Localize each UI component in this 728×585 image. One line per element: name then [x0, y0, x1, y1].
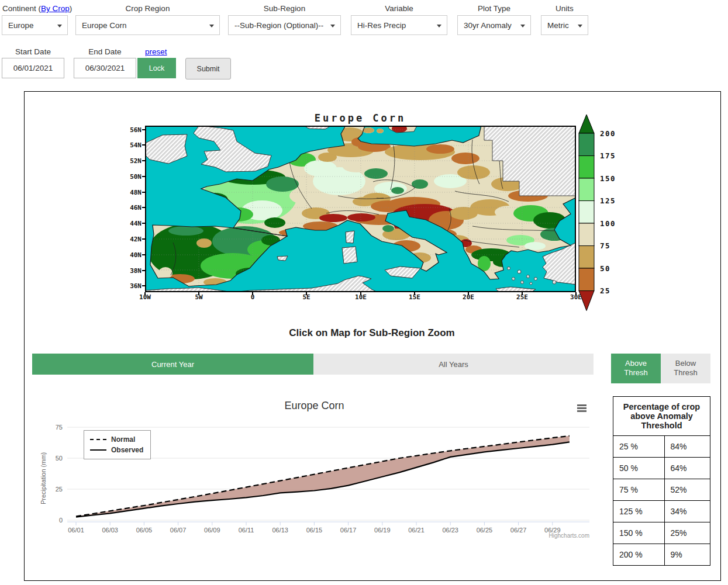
- plot-type-value: 30yr Anomaly: [464, 21, 512, 30]
- chart-legend: Normal Observed: [84, 430, 151, 459]
- y-tick-label: 50: [56, 455, 63, 462]
- lat-label: 52N: [124, 157, 142, 165]
- lat-tick: [142, 270, 145, 271]
- lat-label: 42N: [124, 236, 142, 243]
- threshold-value: 64%: [664, 458, 710, 479]
- lon-tick: [360, 292, 361, 295]
- variable-value: Hi-Res Precip: [357, 21, 406, 30]
- legend-item-observed[interactable]: Observed: [90, 445, 143, 455]
- threshold-level: 50 %: [613, 458, 665, 479]
- x-tick-label: 06/01: [68, 527, 84, 534]
- x-tick-label: 06/17: [340, 527, 357, 534]
- x-tick-label: 06/11: [239, 527, 254, 534]
- x-tick-label: 06/13: [272, 527, 288, 534]
- lat-label: 38N: [124, 267, 142, 275]
- y-tick-label: 0: [59, 517, 63, 524]
- y-tick-label: 75: [56, 424, 63, 431]
- dropdown-caret-icon: [520, 25, 525, 27]
- start-date-input[interactable]: [2, 58, 64, 78]
- threshold-level: 125 %: [613, 501, 665, 522]
- dropdown-caret-icon: [437, 25, 441, 27]
- threshold-value: 84%: [664, 436, 710, 458]
- tab-current-year[interactable]: Current Year: [32, 354, 313, 375]
- threshold-row: 25 %84%: [613, 436, 710, 458]
- colorbar-segment: [579, 268, 594, 291]
- threshold-row: 200 %9%: [613, 544, 710, 566]
- colorbar-label: 150: [600, 174, 616, 183]
- dropdown-caret-icon: [578, 25, 582, 27]
- colorbar-segment: [579, 201, 594, 224]
- lock-button[interactable]: Lock: [137, 58, 176, 78]
- colorbar-label: 200: [600, 129, 616, 138]
- lat-tick: [142, 192, 145, 193]
- lon-tick: [414, 292, 415, 295]
- lon-tick: [522, 292, 523, 295]
- plot-type-select[interactable]: 30yr Anomaly: [457, 15, 531, 35]
- lon-tick: [468, 292, 469, 295]
- lat-label: 40N: [124, 251, 142, 259]
- lat-label: 48N: [124, 189, 142, 196]
- x-tick-label: 06/23: [442, 527, 458, 534]
- lat-tick: [142, 176, 145, 177]
- colorbar-label: 175: [600, 151, 616, 160]
- lat-tick: [142, 254, 145, 255]
- threshold-row: 50 %64%: [613, 458, 710, 479]
- sub-region-select[interactable]: --Sub-Region (Optional)--: [228, 15, 341, 35]
- colorbar-segment: [579, 223, 594, 246]
- threshold-value: 52%: [664, 479, 710, 501]
- lon-tick: [575, 292, 577, 295]
- end-date-label: End Date: [74, 47, 136, 57]
- colorbar-segment: [579, 178, 594, 201]
- lat-tick: [142, 129, 145, 130]
- threshold-row: 125 %34%: [613, 501, 710, 522]
- continent-select[interactable]: Europe: [2, 15, 68, 35]
- colorbar-label: 75: [600, 241, 610, 250]
- y-tick-label: 25: [56, 486, 63, 493]
- lat-tick: [142, 160, 145, 161]
- plot-type-label: Plot Type: [457, 4, 531, 14]
- map-title: Europe Corn: [214, 112, 506, 124]
- colorbar-label: 100: [600, 219, 616, 228]
- solid-line-icon: [90, 449, 106, 451]
- by-crop-link[interactable]: By Crop: [41, 4, 70, 13]
- dropdown-caret-icon: [57, 25, 62, 27]
- lat-label: 54N: [124, 141, 142, 149]
- units-select[interactable]: Metric: [541, 15, 588, 35]
- lat-tick: [142, 144, 145, 146]
- x-tick-label: 06/09: [204, 527, 220, 534]
- crop-region-select[interactable]: Europe Corn: [75, 15, 220, 35]
- below-thresh-button[interactable]: Below Thresh: [661, 354, 710, 383]
- colorbar-segment: [579, 133, 594, 156]
- x-tick-label: 06/15: [306, 527, 323, 534]
- crop-region-value: Europe Corn: [82, 21, 127, 30]
- preset-link[interactable]: preset: [145, 47, 167, 56]
- units-label: Units: [541, 4, 588, 14]
- lon-tick: [252, 292, 253, 295]
- lon-tick: [306, 292, 307, 295]
- submit-button[interactable]: Submit: [185, 58, 231, 79]
- app-root: Continent (By Crop) Europe Crop Region E…: [0, 0, 728, 585]
- lat-tick: [142, 223, 145, 224]
- colorbar-segment: [579, 246, 594, 269]
- threshold-table: Percentage of crop above Anomaly Thresho…: [613, 396, 710, 566]
- lat-label: 44N: [124, 220, 142, 227]
- continent-value: Europe: [8, 21, 34, 30]
- variable-select[interactable]: Hi-Res Precip: [351, 15, 447, 35]
- sub-region-value: --Sub-Region (Optional)--: [234, 21, 323, 30]
- above-thresh-button[interactable]: Above Thresh: [611, 354, 661, 383]
- threshold-value: 34%: [664, 501, 710, 522]
- sub-region-label: Sub-Region: [228, 4, 341, 14]
- lat-label: 56N: [124, 126, 142, 134]
- end-date-input[interactable]: [74, 58, 136, 78]
- threshold-row: 75 %52%: [613, 479, 710, 501]
- x-tick-label: 06/07: [170, 527, 187, 534]
- no-data-corsica: [346, 231, 354, 243]
- colorbar-label: 25: [600, 286, 610, 295]
- x-tick-label: 06/21: [408, 527, 425, 534]
- legend-item-normal[interactable]: Normal: [90, 434, 143, 445]
- map-caption: Click on Map for Sub-Region Zoom: [24, 327, 720, 339]
- threshold-table-header: Percentage of crop above Anomaly Thresho…: [613, 397, 710, 436]
- tab-all-years[interactable]: All Years: [313, 354, 594, 375]
- europe-anomaly-map[interactable]: [145, 126, 576, 292]
- lon-tick: [144, 292, 146, 295]
